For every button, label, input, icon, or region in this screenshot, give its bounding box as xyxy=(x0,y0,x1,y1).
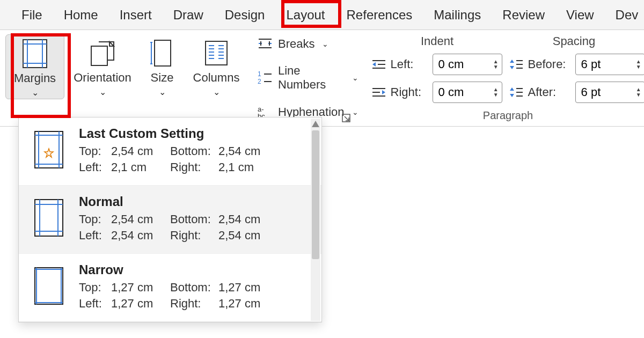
svg-text:1: 1 xyxy=(258,71,261,78)
spacing-before-icon xyxy=(509,58,524,70)
page-setup-small: Breaks ⌄ 12 Line Numbers ⌄ a-bc Hyphenat… xyxy=(251,30,362,126)
spacing-before-input[interactable]: 6 pt▲▼ xyxy=(575,54,644,75)
indent-right-input[interactable]: 0 cm▲▼ xyxy=(433,82,502,103)
line-numbers-icon: 12 xyxy=(258,71,273,85)
margin-preset-icon xyxy=(34,199,64,237)
ribbon-tabs: File Home Insert Draw Design Layout Refe… xyxy=(0,0,644,30)
margins-icon xyxy=(22,38,48,69)
svg-text:2: 2 xyxy=(258,78,261,85)
indent-header: Indent xyxy=(421,34,453,48)
svg-rect-6 xyxy=(155,40,171,66)
indent-right-icon xyxy=(371,86,386,98)
margins-option[interactable]: Narrow Top:1,27 cmBottom:1,27 cm Left:1,… xyxy=(19,254,321,322)
tab-layout[interactable]: Layout xyxy=(275,2,335,28)
tab-references[interactable]: References xyxy=(336,2,423,28)
paragraph-group-name: Paragraph xyxy=(371,109,644,122)
chevron-down-icon: ⌄ xyxy=(352,74,358,82)
orientation-button[interactable]: Orientation ⌄ xyxy=(68,34,137,99)
breaks-button[interactable]: Breaks ⌄ xyxy=(254,35,362,53)
line-numbers-button[interactable]: 12 Line Numbers ⌄ xyxy=(254,62,362,94)
orientation-icon xyxy=(88,38,117,69)
chevron-down-icon: ⌄ xyxy=(213,87,220,97)
dialog-launcher-icon[interactable] xyxy=(341,113,353,125)
svg-rect-57 xyxy=(35,268,63,304)
chevron-down-icon: ⌄ xyxy=(322,40,328,48)
svg-rect-24 xyxy=(262,41,268,46)
tab-review[interactable]: Review xyxy=(492,2,555,28)
paragraph-group: Indent Spacing Left: 0 cm▲▼ Before: 6 pt… xyxy=(362,30,644,126)
tab-mailings[interactable]: Mailings xyxy=(423,2,492,28)
tab-developer[interactable]: Dev xyxy=(605,2,644,28)
preset-values: Top:2,54 cmBottom:2,54 cm Left:2,1 cmRig… xyxy=(79,144,305,174)
margins-button[interactable]: Margins ⌄ xyxy=(5,34,64,99)
ribbon-toolbar: Margins ⌄ Orientation ⌄ Size ⌄ xyxy=(0,30,644,127)
scrollbar[interactable] xyxy=(311,119,320,321)
tab-insert[interactable]: Insert xyxy=(109,2,163,28)
columns-label: Columns xyxy=(193,71,240,85)
margins-option[interactable]: Normal Top:2,54 cmBottom:2,54 cm Left:2,… xyxy=(19,186,321,254)
spacing-after-input[interactable]: 6 pt▲▼ xyxy=(575,82,644,103)
spacing-before-label: Before: xyxy=(528,57,571,71)
margins-dropdown: Last Custom Setting Top:2,54 cmBottom:2,… xyxy=(18,117,322,322)
indent-left-label: Left: xyxy=(391,57,428,71)
spacing-after-icon xyxy=(509,86,524,98)
page-setup-group: Margins ⌄ Orientation ⌄ Size ⌄ xyxy=(0,30,251,126)
preset-values: Top:2,54 cmBottom:2,54 cm Left:2,54 cmRi… xyxy=(79,212,305,243)
size-label: Size xyxy=(151,71,174,85)
breaks-icon xyxy=(258,37,273,51)
margins-option[interactable]: Last Custom Setting Top:2,54 cmBottom:2,… xyxy=(19,117,321,186)
preset-values: Top:1,27 cmBottom:1,27 cm Left:1,27 cmRi… xyxy=(79,281,305,311)
svg-rect-5 xyxy=(91,46,107,65)
svg-rect-10 xyxy=(206,41,227,65)
tab-draw[interactable]: Draw xyxy=(163,2,214,28)
tab-view[interactable]: View xyxy=(555,2,605,28)
chevron-down-icon: ⌄ xyxy=(159,87,166,97)
preset-title: Normal xyxy=(79,194,305,209)
columns-button[interactable]: Columns ⌄ xyxy=(187,34,246,99)
spacing-header: Spacing xyxy=(553,34,596,48)
preset-title: Narrow xyxy=(79,262,305,277)
preset-title: Last Custom Setting xyxy=(79,126,305,141)
svg-rect-52 xyxy=(35,200,63,236)
tab-home[interactable]: Home xyxy=(53,2,109,28)
indent-right-label: Right: xyxy=(391,85,428,99)
size-icon xyxy=(149,38,175,69)
indent-left-icon xyxy=(371,58,386,70)
indent-left-input[interactable]: 0 cm▲▼ xyxy=(433,54,502,75)
tab-design[interactable]: Design xyxy=(214,2,276,28)
size-button[interactable]: Size ⌄ xyxy=(141,34,184,99)
chevron-down-icon: ⌄ xyxy=(99,87,106,97)
spacing-after-label: After: xyxy=(528,85,571,99)
margin-preset-icon xyxy=(34,267,64,305)
columns-icon xyxy=(203,38,229,69)
orientation-label: Orientation xyxy=(74,71,131,85)
tab-file[interactable]: File xyxy=(11,2,53,28)
margin-preset-icon xyxy=(34,130,64,169)
chevron-down-icon: ⌄ xyxy=(32,87,39,98)
margins-label: Margins xyxy=(14,71,56,85)
